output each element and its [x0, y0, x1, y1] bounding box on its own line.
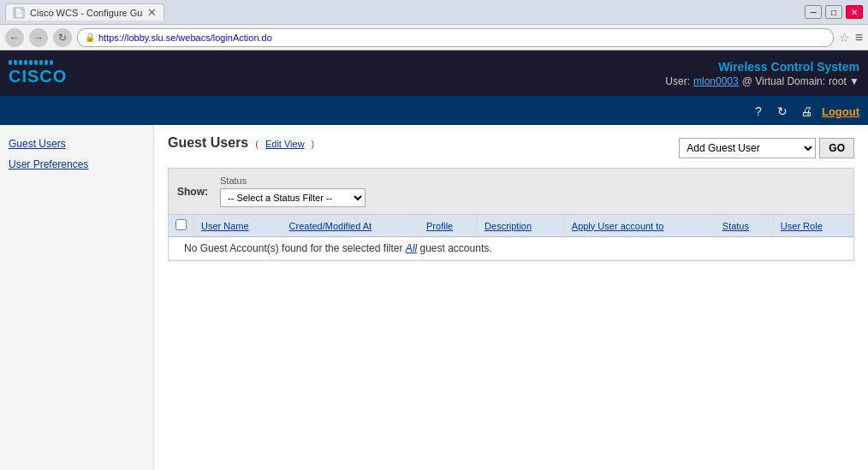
title-bar: 📄 Cisco WCS - Configure Gu ✕ ─ □ ✕: [0, 0, 868, 24]
status-filter-label: Status: [220, 176, 366, 186]
table-header-row: User Name Created/Modified At Profile De…: [169, 215, 853, 237]
edit-view-parens-close: ): [312, 139, 315, 149]
col-apply-user: Apply User account to: [564, 215, 715, 237]
refresh-icon[interactable]: ↻: [774, 103, 791, 120]
print-icon[interactable]: 🖨: [798, 103, 815, 120]
all-accounts-link[interactable]: All: [406, 242, 417, 254]
window-controls: ─ □ ✕: [805, 5, 863, 19]
domain-dropdown-arrow[interactable]: ▼: [849, 75, 859, 87]
col-checkbox: [169, 215, 194, 237]
logout-button[interactable]: Logout: [822, 105, 859, 118]
no-accounts-prefix: No Guest Account(s) found for the select…: [184, 242, 402, 254]
cisco-bar-3: [19, 60, 22, 65]
sidebar: Guest Users User Preferences: [0, 125, 154, 470]
col-user-role: User Role: [773, 215, 853, 237]
tab-title: Cisco WCS - Configure Gu: [30, 8, 142, 18]
top-bar: Guest Users ( Edit View ) Add Guest User…: [168, 135, 854, 161]
cisco-bar-9: [50, 60, 53, 65]
col-username: User Name: [194, 215, 282, 237]
col-status: Status: [715, 215, 773, 237]
cisco-bar-6: [34, 60, 38, 65]
user-label: User:: [665, 75, 690, 87]
username[interactable]: mlon0003: [693, 75, 739, 87]
forward-button[interactable]: →: [29, 28, 48, 47]
filter-row: Show: Status -- Select a Status Filter -…: [177, 176, 845, 207]
menu-icon[interactable]: ≡: [855, 30, 863, 45]
browser-chrome: 📄 Cisco WCS - Configure Gu ✕ ─ □ ✕ ← → ↻…: [0, 0, 868, 51]
cisco-bars: [9, 60, 53, 65]
header-right: Wireless Control System User: mlon0003 @…: [665, 60, 859, 87]
no-accounts-message: No Guest Account(s) found for the select…: [175, 235, 501, 261]
tab-close-button[interactable]: ✕: [147, 6, 157, 19]
edit-view-link[interactable]: Edit View: [265, 139, 305, 149]
address-field[interactable]: 🔒 https://lobby.slu.se/webacs/loginActio…: [77, 28, 834, 47]
col-description: Description: [478, 215, 565, 237]
back-button[interactable]: ←: [5, 28, 24, 47]
sidebar-item-user-preferences[interactable]: User Preferences: [9, 158, 145, 170]
bookmark-icon[interactable]: ☆: [839, 31, 850, 45]
app-header: CISCO Wireless Control System User: mlon…: [0, 51, 868, 98]
col-created: Created/Modified At: [282, 215, 419, 237]
reload-button[interactable]: ↻: [53, 28, 72, 47]
user-role-col-link[interactable]: User Role: [781, 221, 823, 231]
virtual-domain-dropdown[interactable]: root ▼: [829, 75, 859, 87]
guest-users-table: User Name Created/Modified At Profile De…: [169, 215, 853, 260]
maximize-button[interactable]: □: [825, 5, 842, 19]
cisco-bar-8: [45, 60, 48, 65]
status-filter-select[interactable]: -- Select a Status Filter --: [220, 188, 366, 207]
status-col-link[interactable]: Status: [722, 221, 749, 231]
add-guest-container: Add Guest User GO: [679, 138, 854, 158]
browser-tab[interactable]: 📄 Cisco WCS - Configure Gu ✕: [5, 3, 164, 21]
description-col-link[interactable]: Description: [485, 221, 532, 231]
no-results-cell: No Guest Account(s) found for the select…: [169, 237, 853, 260]
close-button[interactable]: ✕: [846, 5, 863, 19]
at-label: @ Virtual Domain:: [742, 75, 825, 87]
content-area: Guest Users ( Edit View ) Add Guest User…: [154, 125, 868, 470]
go-button[interactable]: GO: [819, 138, 854, 158]
status-filter-group: Status -- Select a Status Filter --: [220, 176, 366, 207]
add-guest-select[interactable]: Add Guest User: [679, 138, 816, 158]
col-profile: Profile: [419, 215, 478, 237]
no-results-row: No Guest Account(s) found for the select…: [169, 237, 853, 260]
minimize-button[interactable]: ─: [805, 5, 822, 19]
no-accounts-suffix: guest accounts.: [420, 242, 492, 254]
help-icon[interactable]: ?: [750, 103, 767, 120]
sidebar-item-guest-users[interactable]: Guest Users: [9, 138, 145, 150]
username-col-link[interactable]: User Name: [201, 221, 249, 231]
cisco-bar-5: [29, 60, 33, 65]
cisco-bar-4: [24, 60, 27, 65]
address-bar-row: ← → ↻ 🔒 https://lobby.slu.se/webacs/logi…: [0, 24, 868, 50]
created-col-link[interactable]: Created/Modified At: [289, 221, 372, 231]
cisco-text: CISCO: [9, 67, 67, 86]
toolbar: ? ↻ 🖨 Logout: [0, 98, 868, 125]
profile-col-link[interactable]: Profile: [426, 221, 453, 231]
main-layout: Guest Users User Preferences Guest Users…: [0, 125, 868, 470]
wcs-title: Wireless Control System: [718, 60, 859, 74]
cisco-bar-7: [39, 60, 43, 65]
user-info: User: mlon0003 @ Virtual Domain: root ▼: [665, 75, 859, 87]
filter-area: Show: Status -- Select a Status Filter -…: [168, 168, 854, 215]
select-all-checkbox[interactable]: [175, 219, 187, 230]
lock-icon: 🔒: [85, 33, 95, 42]
cisco-logo: CISCO: [9, 60, 67, 86]
table-container: User Name Created/Modified At Profile De…: [168, 215, 854, 261]
tab-icon: 📄: [13, 7, 25, 19]
address-text: https://lobby.slu.se/webacs/loginAction.…: [98, 33, 272, 43]
cisco-bar-1: [9, 60, 12, 65]
apply-user-col-link[interactable]: Apply User account to: [572, 221, 664, 231]
edit-view-parens: (: [255, 139, 259, 149]
show-label: Show:: [177, 186, 208, 198]
page-title: Guest Users ( Edit View ): [168, 135, 314, 151]
cisco-bar-2: [14, 60, 17, 65]
